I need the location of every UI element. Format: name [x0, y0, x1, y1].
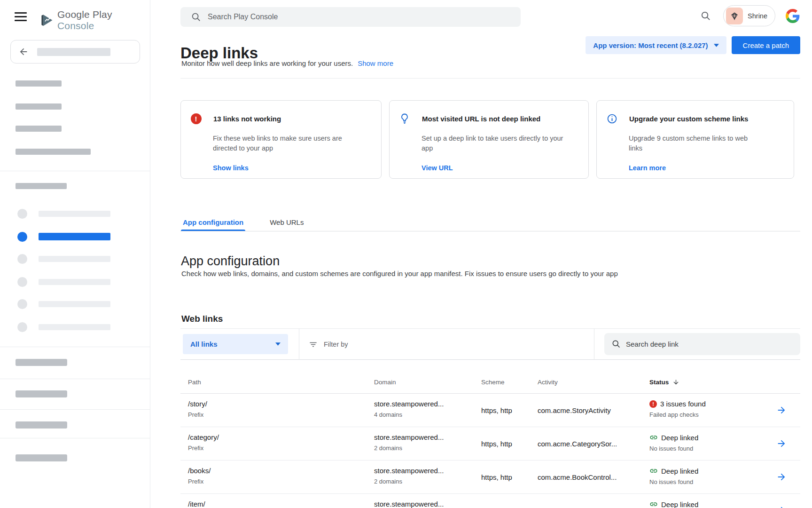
sidebar-nav-item[interactable]	[0, 209, 150, 225]
column-header-activity[interactable]: Activity	[538, 379, 649, 386]
skeleton-bar	[16, 103, 62, 110]
sidebar-divider	[0, 171, 150, 171]
nav-item-icon	[17, 299, 27, 309]
table-row[interactable]: /item/ store.steampowered... Deep linked	[180, 494, 800, 508]
status-detail: No issues found	[649, 445, 762, 452]
activity-value: com.acme.StoryActivity	[538, 394, 649, 427]
search-icon[interactable]	[700, 10, 711, 21]
create-patch-button[interactable]: Create a patch	[732, 36, 800, 54]
sidebar-divider	[0, 379, 150, 379]
play-console-app: Google Play Console	[0, 0, 812, 508]
skeleton-section-bar	[16, 454, 67, 461]
toolbar-divider	[594, 329, 594, 360]
show-more-link[interactable]: Show more	[358, 59, 393, 67]
nav-item-icon	[17, 209, 27, 219]
deep-linked-icon	[649, 467, 658, 475]
menu-icon[interactable]	[15, 12, 27, 21]
filter-by-button[interactable]: Filter by	[309, 329, 348, 360]
app-version-dropdown[interactable]: App version: Most recent (8.2.027)	[586, 36, 726, 54]
card-upgrade-schemes: Upgrade your custom scheme links Upgrade…	[596, 100, 794, 179]
status-detail: No issues found	[649, 478, 762, 485]
view-url-link[interactable]: View URL	[422, 164, 453, 172]
console-search	[180, 7, 521, 27]
chevron-down-icon	[275, 342, 281, 346]
search-icon	[191, 12, 201, 24]
nav-item-icon	[17, 254, 27, 264]
status-value: Deep linked	[661, 434, 698, 442]
domain-value: store.steampowered...	[374, 467, 481, 475]
search-icon	[611, 339, 621, 350]
open-row-arrow-icon[interactable]	[776, 405, 787, 415]
path-value: /story/	[188, 400, 374, 408]
info-icon	[606, 113, 617, 124]
card-most-visited-url: Most visited URL is not deep linked Set …	[389, 100, 589, 179]
nav-item-label	[39, 233, 110, 240]
filter-icon	[309, 340, 318, 349]
web-links-heading: Web links	[181, 314, 223, 324]
domain-count: 2 domains	[374, 444, 481, 452]
domain-value: store.steampowered...	[374, 433, 481, 441]
sidebar: Google Play Console	[0, 0, 150, 508]
table-row[interactable]: /category/Prefix store.steampowered...2 …	[180, 427, 800, 460]
table-toolbar: All links Filter by	[180, 328, 800, 360]
sidebar-nav-item[interactable]	[0, 277, 150, 293]
skeleton-section-label	[16, 183, 67, 189]
nav-item-icon	[17, 322, 27, 332]
scheme-value: https, http	[481, 427, 538, 460]
column-header-domain[interactable]: Domain	[374, 379, 481, 386]
back-navigation[interactable]	[10, 40, 140, 64]
play-logo-icon	[39, 13, 54, 27]
error-icon: !	[190, 113, 202, 124]
topbar-actions: Shrine	[700, 5, 800, 26]
sidebar-nav-item-active[interactable]	[0, 232, 150, 248]
sidebar-divider	[0, 438, 150, 438]
card-body: Set up a deep link to take users directl…	[422, 134, 568, 153]
learn-more-link[interactable]: Learn more	[629, 164, 666, 172]
deep-linked-icon	[649, 500, 658, 508]
path-value: /item/	[188, 500, 374, 508]
open-row-arrow-icon[interactable]	[776, 438, 787, 449]
scheme-value	[481, 494, 538, 508]
nav-item-label	[39, 324, 110, 330]
app-switcher-chip[interactable]: Shrine	[723, 5, 775, 26]
open-row-arrow-icon[interactable]	[776, 505, 787, 508]
play-console-logo[interactable]: Google Play Console	[39, 9, 150, 32]
console-search-input[interactable]	[180, 7, 521, 27]
sidebar-nav-item[interactable]	[0, 254, 150, 270]
card-title: 13 links not working	[213, 115, 281, 123]
header-divider	[180, 78, 800, 79]
skeleton-section-bar	[16, 421, 67, 429]
scheme-value: https, http	[481, 460, 538, 493]
tab-app-configuration[interactable]: App configuration	[183, 218, 243, 231]
tab-web-urls[interactable]: Web URLs	[270, 218, 304, 231]
insight-cards: ! 13 links not working Fix these web lin…	[180, 100, 794, 179]
links-scope-dropdown[interactable]: All links	[183, 334, 288, 354]
nav-item-icon	[17, 277, 27, 287]
path-type: Prefix	[188, 478, 374, 485]
show-links-link[interactable]: Show links	[213, 164, 249, 172]
sort-descending-icon	[672, 379, 679, 386]
lightbulb-icon	[399, 113, 410, 124]
column-header-scheme[interactable]: Scheme	[481, 379, 538, 386]
sidebar-nav-item[interactable]	[0, 299, 150, 315]
web-links-table: Path Domain Scheme Activity Status /stor…	[180, 360, 800, 508]
filter-by-label: Filter by	[324, 341, 348, 348]
table-header-row: Path Domain Scheme Activity Status	[180, 360, 800, 394]
column-header-status[interactable]: Status	[649, 379, 762, 386]
nav-item-label	[39, 256, 110, 262]
google-account-icon[interactable]	[786, 9, 800, 23]
table-row[interactable]: /story/Prefix store.steampowered...4 dom…	[180, 394, 800, 427]
toolbar-divider	[299, 329, 299, 360]
domain-count: 4 domains	[374, 411, 481, 418]
path-value: /category/	[188, 433, 374, 441]
main-content: Shrine Deep links Monitor how well deep …	[180, 0, 800, 508]
error-icon: !	[649, 400, 657, 408]
table-row[interactable]: /books/Prefix store.steampowered...2 dom…	[180, 460, 800, 494]
sidebar-nav-item[interactable]	[0, 322, 150, 338]
card-links-not-working: ! 13 links not working Fix these web lin…	[180, 100, 382, 179]
logo-wordmark: Google Play Console	[57, 9, 150, 32]
open-row-arrow-icon[interactable]	[776, 472, 787, 482]
deep-link-search-input[interactable]	[604, 333, 800, 355]
deep-linked-icon	[649, 433, 658, 442]
column-header-path[interactable]: Path	[180, 379, 374, 386]
